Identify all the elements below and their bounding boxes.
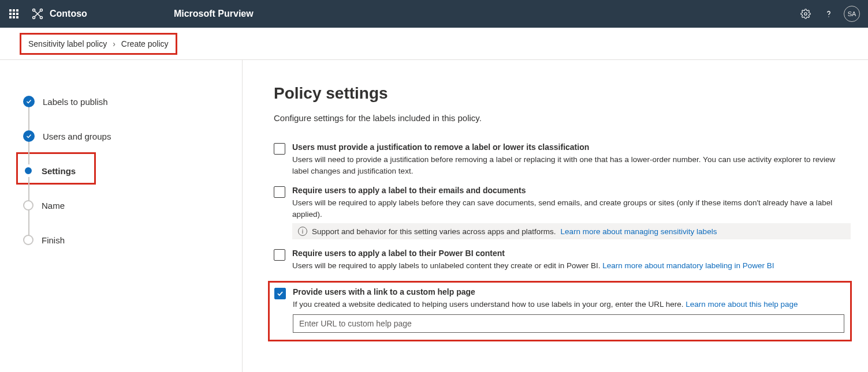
- setting-help-page: Provide users with a link to a custom he…: [274, 287, 844, 333]
- checkbox-help-page[interactable]: [274, 288, 286, 299]
- step-finish[interactable]: Finish: [23, 223, 242, 257]
- highlight-box-helppage: Provide users with a link to a custom he…: [268, 281, 852, 342]
- setting-title: Users must provide a justification to re…: [292, 142, 851, 152]
- help-page-url-input[interactable]: [293, 314, 844, 333]
- help-icon[interactable]: [817, 2, 840, 25]
- checkbox-require-email-docs[interactable]: [274, 186, 285, 198]
- wizard-sidebar: Labels to publish Users and groups Setti…: [0, 60, 243, 372]
- svg-point-2: [33, 16, 35, 18]
- org-logo-icon: [31, 7, 44, 20]
- global-header: Contoso Microsoft Purview SA: [0, 0, 868, 28]
- org-brand[interactable]: Contoso: [31, 7, 87, 20]
- step-label: Users and groups: [43, 131, 111, 141]
- step-name[interactable]: Name: [23, 188, 242, 223]
- page-subtitle: Configure settings for the labels includ…: [274, 113, 851, 123]
- step-label: Settings: [42, 166, 76, 176]
- setting-title: Provide users with a link to a custom he…: [293, 287, 844, 296]
- setting-title: Require users to apply a label to their …: [292, 249, 851, 258]
- current-step-dot-icon: [23, 166, 33, 176]
- svg-point-5: [828, 16, 829, 17]
- setting-justification: Users must provide a justification to re…: [274, 142, 851, 176]
- breadcrumb-parent[interactable]: Sensitivity label policy: [28, 39, 107, 48]
- check-icon: [23, 130, 35, 142]
- setting-desc: Users will need to provide a justificati…: [292, 154, 851, 176]
- setting-desc: Users will be required to apply labels b…: [292, 197, 851, 220]
- settings-icon[interactable]: [794, 2, 817, 25]
- step-label: Labels to publish: [43, 97, 108, 107]
- link-learn-sensitivity[interactable]: Learn more about managing sensitivity la…: [560, 227, 717, 236]
- breadcrumb-current[interactable]: Create policy: [121, 39, 169, 48]
- step-label: Finish: [42, 235, 65, 245]
- info-icon: i: [298, 227, 307, 236]
- svg-point-4: [804, 13, 807, 16]
- checkbox-require-powerbi[interactable]: [274, 249, 285, 261]
- pending-step-dot-icon: [23, 200, 33, 211]
- setting-require-email-docs: Require users to apply a label to their …: [274, 186, 851, 239]
- wizard-steps: Labels to publish Users and groups Setti…: [23, 84, 242, 257]
- step-labels-to-publish[interactable]: Labels to publish: [23, 84, 242, 119]
- checkbox-justification[interactable]: [274, 143, 285, 155]
- step-users-and-groups[interactable]: Users and groups: [23, 119, 242, 153]
- setting-desc: If you created a website dedicated to he…: [293, 299, 844, 310]
- info-banner: i Support and behavior for this setting …: [292, 223, 851, 239]
- org-name: Contoso: [50, 9, 87, 19]
- breadcrumb: Sensitivity label policy › Create policy: [20, 33, 177, 55]
- setting-desc: Users will be required to apply labels t…: [292, 260, 851, 272]
- svg-point-3: [40, 16, 42, 18]
- avatar-initials: SA: [848, 10, 856, 17]
- setting-title: Require users to apply a label to their …: [292, 186, 851, 195]
- step-settings[interactable]: Settings: [23, 153, 242, 188]
- svg-point-0: [33, 9, 35, 12]
- link-learn-powerbi[interactable]: Learn more about mandatory labeling in P…: [602, 261, 774, 270]
- pending-step-dot-icon: [23, 235, 33, 245]
- user-avatar[interactable]: SA: [844, 6, 860, 22]
- breadcrumb-row: Sensitivity label policy › Create policy: [0, 28, 868, 60]
- svg-point-1: [40, 9, 42, 12]
- check-icon: [23, 96, 35, 107]
- setting-require-powerbi: Require users to apply a label to their …: [274, 249, 851, 272]
- link-learn-helppage[interactable]: Learn more about this help page: [686, 300, 798, 309]
- info-text: Support and behavior for this setting va…: [312, 227, 556, 236]
- product-name: Microsoft Purview: [174, 9, 254, 19]
- app-launcher-icon[interactable]: [5, 5, 23, 23]
- step-label: Name: [42, 201, 65, 211]
- page-title: Policy settings: [274, 84, 851, 103]
- main-content: Policy settings Configure settings for t…: [243, 60, 868, 372]
- chevron-right-icon: ›: [113, 39, 116, 48]
